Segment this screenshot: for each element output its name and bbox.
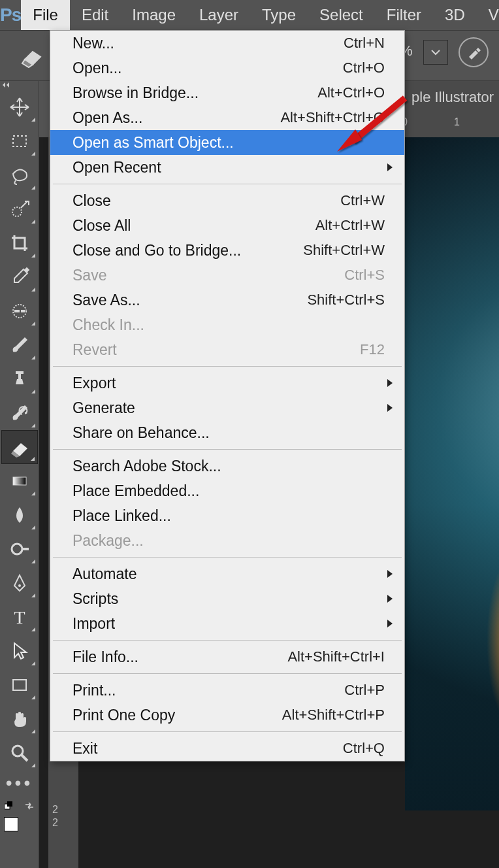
menu-item-print-one-copy[interactable]: Print One CopyAlt+Shift+Ctrl+P [50, 703, 404, 727]
dodge-tool[interactable] [1, 532, 38, 566]
edit-toolbar-button[interactable]: ••• [0, 770, 39, 796]
menu-edit[interactable]: Edit [70, 0, 120, 30]
menu-item-label: Package... [72, 532, 385, 550]
menu-bar: Ps FileEditImageLayerTypeSelectFilter3DV… [0, 0, 499, 30]
move-tool[interactable] [1, 90, 38, 124]
crop-tool[interactable] [1, 226, 38, 260]
tool-preset-icon[interactable] [20, 42, 46, 69]
eraser-tool[interactable] [1, 430, 38, 464]
swap-colors-icon[interactable] [24, 801, 35, 811]
svg-point-14 [12, 544, 22, 554]
submenu-arrow-icon [387, 379, 393, 387]
menu-item-label: Open As... [72, 109, 280, 127]
menu-item-label: Export [72, 375, 385, 392]
default-colors-icon[interactable] [5, 801, 14, 810]
menu-filter[interactable]: Filter [375, 0, 433, 30]
menu-item-place-embedded[interactable]: Place Embedded... [50, 478, 404, 503]
svg-rect-13 [13, 477, 26, 485]
ruler-tick: 2 [52, 817, 58, 829]
menu-item-shortcut: F12 [360, 341, 385, 358]
menu-item-label: Place Embedded... [72, 482, 385, 500]
menu-item-save-as[interactable]: Save As...Shift+Ctrl+S [50, 288, 404, 312]
pen-tool[interactable] [1, 566, 38, 600]
menu-item-label: Scripts [72, 590, 385, 608]
menu-item-automate[interactable]: Automate [50, 561, 404, 586]
gradient-tool[interactable] [1, 464, 38, 498]
menu-item-shortcut: Alt+Shift+Ctrl+P [282, 707, 385, 724]
tools-panel: T ••• [0, 81, 39, 868]
menu-item-label: Print One Copy [72, 707, 282, 724]
menu-separator [53, 184, 402, 184]
healing-brush-tool[interactable] [1, 294, 38, 328]
document-image [405, 137, 499, 810]
menu-item-new[interactable]: New...Ctrl+N [50, 31, 404, 56]
submenu-arrow-icon [387, 404, 393, 412]
opacity-dropdown[interactable] [423, 40, 448, 65]
menu-item-exit[interactable]: ExitCtrl+Q [50, 736, 404, 761]
hand-tool[interactable] [1, 702, 38, 736]
path-select-tool[interactable] [1, 634, 38, 668]
eyedropper-tool[interactable] [1, 260, 38, 294]
clone-stamp-tool[interactable] [1, 362, 38, 396]
menu-separator [53, 640, 402, 641]
marquee-tool[interactable] [1, 124, 38, 158]
menu-item-close-all[interactable]: Close AllAlt+Ctrl+W [50, 213, 404, 238]
menu-view[interactable]: View [477, 0, 499, 30]
menu-item-open-as[interactable]: Open As...Alt+Shift+Ctrl+O [50, 105, 404, 130]
type-tool[interactable]: T [1, 600, 38, 634]
svg-rect-7 [21, 310, 25, 312]
svg-rect-9 [16, 371, 24, 374]
menu-item-file-info[interactable]: File Info...Alt+Shift+Ctrl+I [50, 644, 404, 669]
color-swap-row [0, 796, 39, 816]
history-brush-tool[interactable] [1, 396, 38, 430]
foreground-color-swatch[interactable] [4, 817, 18, 831]
toolbar-flyout-toggle[interactable] [0, 81, 39, 90]
menu-item-shortcut: Shift+Ctrl+W [303, 242, 385, 259]
menu-file[interactable]: File [21, 0, 70, 30]
menu-item-place-linked[interactable]: Place Linked... [50, 503, 404, 528]
ruler-tick: 2 [52, 804, 58, 816]
menu-item-export[interactable]: Export [50, 371, 404, 395]
menu-separator [53, 557, 402, 558]
menu-item-scripts[interactable]: Scripts [50, 586, 404, 611]
menu-item-close-and-go-to-bridge[interactable]: Close and Go to Bridge...Shift+Ctrl+W [50, 238, 404, 263]
menu-separator [53, 731, 402, 732]
menu-item-label: Save [72, 267, 344, 284]
menu-item-import[interactable]: Import [50, 611, 404, 636]
menu-item-close[interactable]: CloseCtrl+W [50, 188, 404, 213]
brush-tool[interactable] [1, 328, 38, 362]
submenu-arrow-icon [387, 595, 393, 603]
menu-item-label: Exit [72, 740, 343, 758]
svg-point-3 [12, 207, 22, 216]
svg-point-16 [18, 584, 21, 587]
quick-select-tool[interactable] [1, 192, 38, 226]
blur-tool[interactable] [1, 498, 38, 532]
menu-item-open[interactable]: Open...Ctrl+O [50, 56, 404, 80]
pressure-opacity-toggle[interactable] [459, 37, 489, 67]
menu-item-open-as-smart-object[interactable]: Open as Smart Object... [50, 130, 404, 155]
menu-3d[interactable]: 3D [433, 0, 477, 30]
menu-item-print[interactable]: Print...Ctrl+P [50, 678, 404, 703]
menu-item-search-adobe-stock[interactable]: Search Adobe Stock... [50, 454, 404, 478]
menu-item-share-on-behance[interactable]: Share on Behance... [50, 420, 404, 445]
menu-item-shortcut: Alt+Ctrl+W [315, 217, 385, 234]
svg-text:T: T [14, 607, 25, 627]
svg-point-20 [12, 746, 23, 756]
menu-separator [53, 366, 402, 367]
menu-layer[interactable]: Layer [187, 0, 250, 30]
svg-rect-2 [13, 136, 26, 146]
menu-type[interactable]: Type [250, 0, 308, 30]
menu-item-shortcut: Ctrl+P [344, 682, 385, 699]
menu-item-open-recent[interactable]: Open Recent [50, 155, 404, 180]
menu-select[interactable]: Select [308, 0, 375, 30]
zoom-tool[interactable] [1, 736, 38, 770]
menu-item-generate[interactable]: Generate [50, 395, 404, 420]
menu-image[interactable]: Image [120, 0, 187, 30]
menu-item-package: Package... [50, 528, 404, 553]
rectangle-shape-tool[interactable] [1, 668, 38, 702]
menu-item-label: Share on Behance... [72, 424, 385, 442]
lasso-tool[interactable] [1, 158, 38, 192]
svg-rect-15 [22, 548, 29, 550]
menu-item-shortcut: Ctrl+S [344, 267, 385, 284]
menu-item-browse-in-bridge[interactable]: Browse in Bridge...Alt+Ctrl+O [50, 80, 404, 105]
